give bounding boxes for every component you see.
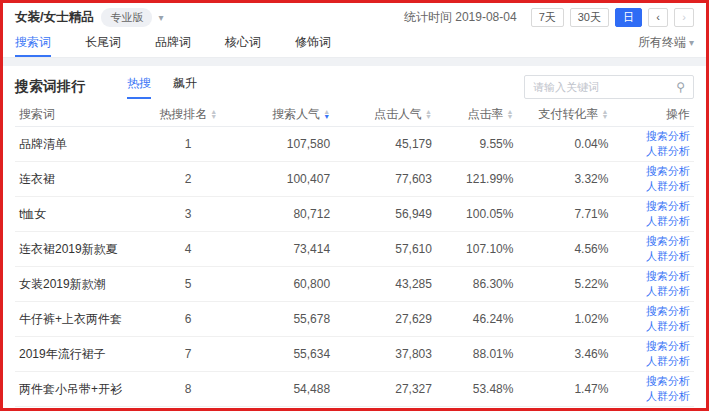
click-pop-cell: 57,610 <box>334 240 436 258</box>
table-header-row: 搜索词 热搜排名▲▼ 搜索人气▲▼ 点击人气▲▼ 点击率▲▼ 支付转化率▲▼ 操… <box>15 103 694 127</box>
tab-core-word[interactable]: 核心词 <box>225 34 261 57</box>
click-pop-cell: 27,629 <box>334 310 436 328</box>
col-header-click-pop[interactable]: 点击人气▲▼ <box>334 104 436 125</box>
pay-conv-cell: 1.47% <box>517 380 612 398</box>
search-pop-cell: 80,712 <box>232 205 334 223</box>
search-analysis-link[interactable]: 搜索分析 <box>646 339 690 354</box>
col-header-pay-conv[interactable]: 支付转化率▲▼ <box>517 104 612 125</box>
click-rate-cell: 107.10% <box>436 240 517 258</box>
range-7d-button[interactable]: 7天 <box>531 8 564 27</box>
rank-cell: 6 <box>144 310 232 328</box>
tab-modifier-word[interactable]: 修饰词 <box>295 34 331 57</box>
subtab-hot[interactable]: 热搜 <box>127 75 151 99</box>
tab-longtail-word[interactable]: 长尾词 <box>85 34 121 57</box>
click-pop-cell: 37,803 <box>334 345 436 363</box>
search-analysis-link[interactable]: 搜索分析 <box>646 234 690 249</box>
click-pop-cell: 27,327 <box>334 380 436 398</box>
keyword-cell: 2019年流行裙子 <box>15 344 144 365</box>
search-icon[interactable]: ⚲ <box>676 80 685 94</box>
search-analysis-link[interactable]: 搜索分析 <box>646 164 690 179</box>
search-pop-cell: 73,414 <box>232 240 334 258</box>
col-header-action: 操作 <box>612 104 693 125</box>
sort-desc-icon[interactable]: ▲▼ <box>323 110 330 120</box>
col-header-label: 搜索人气 <box>272 107 320 121</box>
category-title: 女装/女士精品 <box>15 9 93 26</box>
keyword-search-input[interactable] <box>533 81 676 93</box>
search-analysis-link[interactable]: 搜索分析 <box>646 269 690 284</box>
keyword-cell: 两件套小吊带+开衫 <box>15 379 144 400</box>
pro-version-badge: 专业版 <box>101 8 152 27</box>
sort-icon[interactable]: ▲▼ <box>425 110 432 120</box>
click-rate-cell: 100.05% <box>436 205 517 223</box>
crowd-analysis-link[interactable]: 人群分析 <box>646 319 690 334</box>
crowd-analysis-link[interactable]: 人群分析 <box>646 144 690 159</box>
col-header-label: 热搜排名 <box>159 107 207 121</box>
crowd-analysis-link[interactable]: 人群分析 <box>646 249 690 264</box>
date-controls: 统计时间 2019-08-04 7天 30天 日 ‹ › <box>404 8 694 27</box>
col-header-label: 点击人气 <box>374 107 422 121</box>
rank-cell: 5 <box>144 275 232 293</box>
keyword-cell: t恤女 <box>15 204 144 225</box>
table-row: 两件套小吊带+开衫 8 54,488 27,327 53.48% 1.47% 搜… <box>15 372 694 407</box>
section-header: 搜索词排行 热搜 飙升 ⚲ <box>3 66 706 103</box>
range-day-button[interactable]: 日 <box>615 8 642 27</box>
sort-icon[interactable]: ▲▼ <box>602 110 609 120</box>
col-header-label: 点击率 <box>467 107 503 121</box>
subtab-rising[interactable]: 飙升 <box>173 75 197 99</box>
keyword-cell: 连衣裙 <box>15 169 144 190</box>
crowd-analysis-link[interactable]: 人群分析 <box>646 179 690 194</box>
click-pop-cell: 43,285 <box>334 275 436 293</box>
table-row: 女装2019新款潮 5 60,800 43,285 86.30% 5.22% 搜… <box>15 267 694 302</box>
terminal-filter-dropdown[interactable]: 所有终端▾ <box>638 34 694 57</box>
keyword-search-box[interactable]: ⚲ <box>524 75 694 99</box>
crowd-analysis-link[interactable]: 人群分析 <box>646 354 690 369</box>
crowd-analysis-link[interactable]: 人群分析 <box>646 389 690 404</box>
search-pop-cell: 100,407 <box>232 170 334 188</box>
table-body: 品牌清单 1 107,580 45,179 9.55% 0.04% 搜索分析 人… <box>15 127 694 411</box>
top-bar: 女装/女士精品 专业版 ▾ 统计时间 2019-08-04 7天 30天 日 ‹… <box>3 3 706 32</box>
rank-cell: 7 <box>144 345 232 363</box>
next-date-button[interactable]: › <box>674 8 694 27</box>
crowd-analysis-link[interactable]: 人群分析 <box>646 284 690 299</box>
table-row: 品牌清单 1 107,580 45,179 9.55% 0.04% 搜索分析 人… <box>15 127 694 162</box>
tab-brand-word[interactable]: 品牌词 <box>155 34 191 57</box>
analytics-page: { "topbar": { "category": "女装/女士精品", "ba… <box>0 0 709 411</box>
action-cell: 搜索分析 人群分析 <box>612 232 693 266</box>
pay-conv-cell: 4.56% <box>517 240 612 258</box>
sort-icon[interactable]: ▲▼ <box>506 110 513 120</box>
sort-icon[interactable]: ▲▼ <box>210 110 217 120</box>
click-rate-cell: 121.99% <box>436 170 517 188</box>
search-analysis-link[interactable]: 搜索分析 <box>646 199 690 214</box>
search-pop-cell: 107,580 <box>232 135 334 153</box>
action-cell: 搜索分析 人群分析 <box>612 407 693 411</box>
crowd-analysis-link[interactable]: 人群分析 <box>646 214 690 229</box>
col-header-click-rate[interactable]: 点击率▲▼ <box>436 104 517 125</box>
table-row: t恤女 3 80,712 56,949 100.05% 7.71% 搜索分析 人… <box>15 197 694 232</box>
rank-cell: 3 <box>144 205 232 223</box>
search-analysis-link[interactable]: 搜索分析 <box>646 304 690 319</box>
search-rank-card: 搜索词排行 热搜 飙升 ⚲ 搜索词 热搜排名▲▼ 搜索人气▲▼ 点击人气▲▼ 点… <box>3 66 706 411</box>
keyword-cell: 牛仔裤+上衣两件套 <box>15 309 144 330</box>
prev-date-button[interactable]: ‹ <box>648 8 668 27</box>
click-rate-cell: 53.48% <box>436 380 517 398</box>
click-rate-cell: 46.24% <box>436 310 517 328</box>
keyword-cell: 女装2019新款潮 <box>15 274 144 295</box>
rank-cell: 8 <box>144 380 232 398</box>
col-header-rank[interactable]: 热搜排名▲▼ <box>144 104 232 125</box>
chevron-down-icon: ▾ <box>689 37 694 48</box>
action-cell: 搜索分析 人群分析 <box>612 337 693 371</box>
click-pop-cell: 56,949 <box>334 205 436 223</box>
pay-conv-cell: 1.02% <box>517 310 612 328</box>
click-pop-cell: 77,603 <box>334 170 436 188</box>
table-row: 2019年流行裙子 7 55,634 37,803 88.01% 3.46% 搜… <box>15 337 694 372</box>
search-analysis-link[interactable]: 搜索分析 <box>646 129 690 144</box>
action-cell: 搜索分析 人群分析 <box>612 162 693 196</box>
tab-search-word[interactable]: 搜索词 <box>15 34 51 57</box>
pay-conv-cell: 7.71% <box>517 205 612 223</box>
search-analysis-link[interactable]: 搜索分析 <box>646 374 690 389</box>
action-cell: 搜索分析 人群分析 <box>612 372 693 406</box>
range-30d-button[interactable]: 30天 <box>570 8 609 27</box>
chevron-down-icon[interactable]: ▾ <box>158 12 163 23</box>
table-row: 裙子 9 52,995 37,394 101.82% 2.96% 搜索分析 人群… <box>15 407 694 411</box>
col-header-search-pop[interactable]: 搜索人气▲▼ <box>232 104 334 125</box>
